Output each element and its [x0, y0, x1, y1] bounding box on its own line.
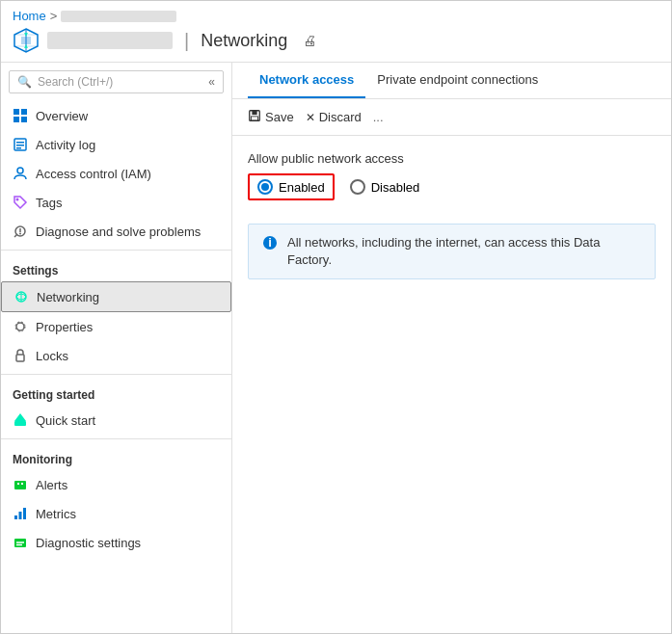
- save-label: Save: [265, 110, 294, 124]
- getting-started-section-label: Getting started: [1, 379, 231, 406]
- sidebar-label-locks: Locks: [36, 349, 68, 363]
- svg-rect-23: [14, 421, 26, 426]
- svg-rect-5: [21, 109, 27, 115]
- sidebar-item-tags[interactable]: Tags: [1, 188, 231, 217]
- toolbar: Save ✕ Discard ...: [232, 99, 671, 136]
- tab-private-endpoints[interactable]: Private endpoint connections: [365, 63, 550, 98]
- svg-rect-22: [16, 355, 24, 361]
- sidebar-label-tags: Tags: [36, 196, 62, 210]
- svg-point-17: [19, 233, 21, 235]
- alerts-icon: [13, 477, 28, 492]
- sidebar-label-diagnose: Diagnose and solve problems: [36, 225, 201, 239]
- sidebar-label-quick-start: Quick start: [36, 413, 95, 428]
- svg-rect-27: [21, 483, 23, 485]
- svg-rect-6: [13, 117, 19, 122]
- overview-icon: [13, 108, 28, 123]
- svg-marker-1: [21, 37, 31, 44]
- svg-rect-29: [19, 512, 22, 519]
- more-button[interactable]: ...: [373, 110, 384, 124]
- save-icon: [248, 109, 261, 125]
- radio-option-enabled[interactable]: Enabled: [248, 173, 335, 200]
- sidebar-label-access-control: Access control (IAM): [36, 167, 151, 181]
- search-box[interactable]: 🔍 «: [9, 70, 224, 93]
- svg-rect-30: [23, 508, 26, 519]
- tags-icon: [13, 195, 28, 210]
- tabs-bar: Network access Private endpoint connecti…: [232, 63, 671, 99]
- sidebar-item-overview[interactable]: Overview: [1, 101, 231, 130]
- svg-rect-28: [14, 515, 17, 519]
- networking-icon: [13, 289, 29, 304]
- sidebar-item-locks[interactable]: Locks: [1, 341, 231, 370]
- sidebar-label-alerts: Alerts: [36, 478, 67, 492]
- diagnostic-settings-icon: [13, 535, 28, 550]
- breadcrumb-separator: >: [50, 9, 58, 23]
- discard-label: Discard: [319, 110, 362, 124]
- title-separator: |: [184, 30, 189, 52]
- discard-icon: ✕: [306, 111, 315, 124]
- collapse-button[interactable]: «: [208, 75, 215, 89]
- access-control-icon: [13, 166, 28, 181]
- sidebar-item-properties[interactable]: Properties: [1, 312, 231, 341]
- network-access-field-label: Allow public network access: [248, 151, 656, 166]
- radio-dot-disabled: [350, 179, 365, 195]
- svg-rect-7: [21, 117, 27, 122]
- resource-name-placeholder: [47, 32, 173, 49]
- settings-section-label: Settings: [1, 254, 231, 281]
- svg-line-15: [14, 234, 17, 237]
- svg-rect-10: [16, 145, 24, 146]
- locks-icon: [13, 348, 28, 363]
- svg-rect-35: [252, 111, 256, 115]
- info-message: All networks, including the internet, ca…: [287, 234, 641, 269]
- svg-rect-26: [17, 483, 19, 485]
- radio-group-network-access: Enabled Disabled: [248, 173, 656, 200]
- monitoring-section-label: Monitoring: [1, 443, 231, 470]
- breadcrumb: Home >: [13, 9, 659, 23]
- svg-rect-9: [16, 142, 24, 144]
- sidebar-item-diagnose[interactable]: Diagnose and solve problems: [1, 217, 231, 246]
- monitoring-divider: [1, 438, 231, 439]
- sidebar-item-access-control[interactable]: Access control (IAM): [1, 159, 231, 188]
- sidebar-label-metrics: Metrics: [36, 507, 76, 521]
- print-icon[interactable]: 🖨: [303, 33, 316, 48]
- discard-button[interactable]: ✕ Discard: [306, 110, 362, 124]
- save-button[interactable]: Save: [248, 109, 294, 125]
- sidebar-item-alerts[interactable]: Alerts: [1, 470, 231, 499]
- getting-started-divider: [1, 374, 231, 375]
- svg-text:i: i: [268, 235, 272, 250]
- tab-network-access[interactable]: Network access: [248, 63, 365, 98]
- info-icon: i: [262, 235, 278, 254]
- header: Home > | Networking 🖨: [1, 1, 671, 63]
- sidebar-label-overview: Overview: [36, 109, 88, 123]
- activity-log-icon: [13, 137, 28, 152]
- sidebar-item-activity-log[interactable]: Activity log: [1, 130, 231, 159]
- diagnose-icon: [13, 224, 28, 239]
- adf-logo-icon: [13, 27, 40, 54]
- info-box: i All networks, including the internet, …: [248, 224, 656, 279]
- svg-point-20: [16, 323, 24, 330]
- sidebar-item-quick-start[interactable]: Quick start: [1, 406, 231, 435]
- breadcrumb-resource: [61, 11, 176, 22]
- sidebar-item-metrics[interactable]: Metrics: [1, 499, 231, 528]
- svg-point-13: [16, 198, 19, 201]
- breadcrumb-home[interactable]: Home: [13, 9, 46, 23]
- svg-rect-11: [16, 147, 21, 149]
- svg-point-12: [17, 168, 23, 173]
- search-icon: 🔍: [17, 75, 32, 89]
- sidebar-label-properties: Properties: [36, 320, 93, 334]
- svg-rect-4: [13, 109, 19, 115]
- radio-label-disabled: Disabled: [371, 180, 420, 195]
- sidebar-item-diagnostic-settings[interactable]: Diagnostic settings: [1, 528, 231, 557]
- sidebar-label-networking: Networking: [37, 290, 99, 304]
- search-input[interactable]: [38, 75, 202, 89]
- properties-icon: [13, 319, 28, 334]
- quickstart-icon: [13, 412, 28, 428]
- radio-option-disabled[interactable]: Disabled: [350, 179, 420, 195]
- sidebar-item-networking[interactable]: Networking: [1, 281, 231, 312]
- svg-rect-25: [14, 481, 26, 489]
- settings-divider: [1, 250, 231, 251]
- content-area: Network access Private endpoint connecti…: [232, 63, 671, 633]
- radio-dot-enabled: [257, 179, 273, 195]
- sidebar-label-activity-log: Activity log: [36, 138, 95, 152]
- page-header-title: | Networking 🖨: [13, 27, 659, 54]
- metrics-icon: [13, 506, 28, 521]
